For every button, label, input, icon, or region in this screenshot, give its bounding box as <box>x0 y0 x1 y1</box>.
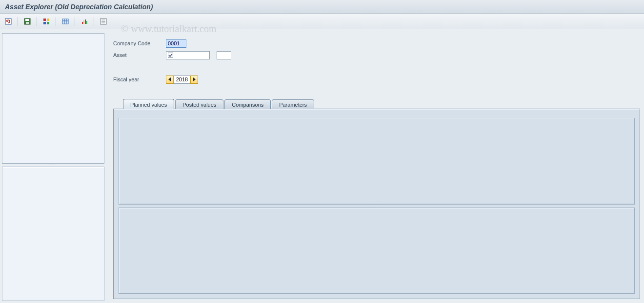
resize-grip-icon[interactable]: ····· <box>373 200 381 204</box>
svg-rect-8 <box>62 19 68 24</box>
asset-label: Asset <box>113 52 166 58</box>
checkbox-icon <box>168 53 173 58</box>
svg-rect-6 <box>43 22 46 24</box>
svg-rect-5 <box>47 19 49 21</box>
tab-comparisons[interactable]: Comparisons <box>224 99 271 109</box>
chart-button[interactable] <box>79 16 90 27</box>
triangle-right-icon <box>192 77 196 81</box>
svg-rect-7 <box>47 22 49 24</box>
grid-button-1[interactable] <box>41 16 52 27</box>
left-panel-top: ····· <box>2 33 104 164</box>
save-button[interactable] <box>22 16 33 27</box>
asset-sub-input[interactable] <box>217 51 231 59</box>
refresh-button[interactable] <box>3 16 14 27</box>
table-button[interactable] <box>60 16 71 27</box>
triangle-left-icon <box>168 77 172 81</box>
svg-rect-14 <box>83 20 84 24</box>
svg-rect-16 <box>86 21 87 24</box>
toolbar-separator <box>75 17 75 26</box>
tab-posted-values[interactable]: Posted values <box>175 99 223 109</box>
title-bar: Asset Explorer (Old Depreciation Calcula… <box>0 0 644 14</box>
company-code-row: Company Code <box>113 38 640 49</box>
list-button[interactable] <box>98 16 109 27</box>
year-next-button[interactable] <box>190 76 198 84</box>
left-column: ····· <box>0 29 106 303</box>
content-panel-upper: ····· <box>119 118 635 205</box>
tab-strip: Planned values Posted values Comparisons… <box>123 98 640 109</box>
asset-input[interactable] <box>166 51 210 59</box>
svg-rect-13 <box>82 22 83 24</box>
toolbar-separator <box>56 17 56 26</box>
main-area: ····· Company Code Asset Fiscal year 201… <box>0 29 644 303</box>
left-panel-bottom <box>2 167 104 301</box>
resize-grip-icon[interactable]: ····· <box>2 163 104 166</box>
fiscal-year-label: Fiscal year <box>113 76 166 82</box>
svg-rect-2 <box>25 19 29 21</box>
company-code-label: Company Code <box>113 40 166 46</box>
toolbar-separator <box>94 17 94 26</box>
right-column: Company Code Asset Fiscal year 2018 <box>106 29 644 303</box>
tab-planned-values[interactable]: Planned values <box>123 99 174 109</box>
year-prev-button[interactable] <box>166 76 174 84</box>
fiscal-year-row: Fiscal year 2018 <box>113 74 640 85</box>
svg-rect-4 <box>43 19 46 21</box>
tab-content: ····· <box>113 109 640 299</box>
asset-row: Asset <box>113 50 640 60</box>
tab-parameters[interactable]: Parameters <box>272 99 314 109</box>
toolbar <box>0 14 644 29</box>
page-title: Asset Explorer (Old Depreciation Calcula… <box>5 3 153 11</box>
svg-rect-3 <box>26 22 29 24</box>
fiscal-year-value[interactable]: 2018 <box>174 76 190 84</box>
toolbar-separator <box>18 17 18 26</box>
fiscal-year-spinner: 2018 <box>166 76 198 84</box>
company-code-input[interactable] <box>166 39 186 48</box>
content-panel-lower <box>119 208 635 294</box>
toolbar-separator <box>37 17 37 26</box>
svg-rect-15 <box>85 19 86 24</box>
